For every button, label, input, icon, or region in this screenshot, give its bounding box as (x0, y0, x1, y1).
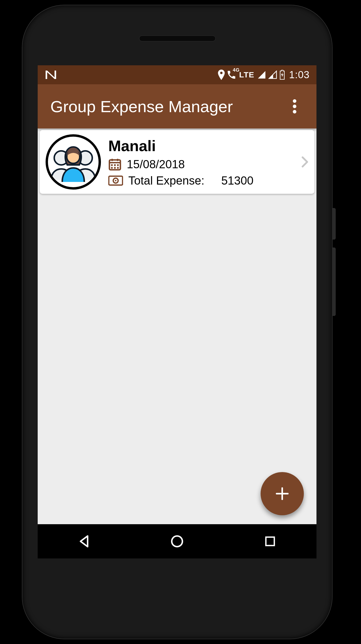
phone-body: 4G LTE 1:03 Group Expense (22, 5, 332, 639)
android-n-icon (45, 70, 57, 80)
people-icon (48, 137, 98, 187)
svg-rect-14 (114, 167, 116, 169)
nav-home-button[interactable] (151, 531, 203, 552)
nav-back-button[interactable] (58, 531, 110, 552)
nav-recent-button[interactable] (244, 531, 296, 552)
svg-rect-13 (111, 167, 113, 169)
phone-speaker (139, 36, 216, 41)
svg-rect-10 (111, 164, 113, 166)
phone-power-button (332, 208, 336, 240)
svg-rect-20 (266, 537, 274, 546)
expense-label: Total Expense: (128, 174, 204, 187)
group-avatar (46, 134, 101, 190)
svg-point-2 (293, 110, 296, 114)
svg-point-0 (293, 99, 296, 103)
battery-icon (279, 70, 285, 80)
svg-rect-11 (114, 164, 116, 166)
calendar-icon (108, 158, 121, 171)
trip-date-row: 15/08/2018 (108, 158, 294, 171)
volte-icon: 4G (227, 70, 237, 80)
app-screen: 4G LTE 1:03 Group Expense (38, 65, 316, 558)
signal-2-icon (268, 70, 277, 79)
trip-date: 15/08/2018 (127, 158, 185, 171)
expense-value: 51300 (221, 174, 253, 187)
trip-name: Manali (108, 137, 294, 155)
recent-icon (264, 535, 276, 548)
svg-rect-15 (117, 167, 119, 169)
phone-volume-button (332, 247, 336, 316)
signal-1-icon (257, 70, 266, 79)
status-time: 1:03 (289, 69, 310, 81)
location-icon (218, 70, 225, 80)
more-vert-icon (293, 99, 296, 113)
volte-badge: 4G (233, 67, 240, 73)
trip-card-body: Manali 15/08/2018 Total Expense: 513 (108, 137, 294, 187)
trip-expense-row: Total Expense: 51300 (108, 174, 294, 187)
phone-frame: 4G LTE 1:03 Group Expense (22, 5, 361, 639)
back-icon (77, 534, 91, 548)
app-title: Group Expense Manager (50, 97, 285, 116)
status-bar: 4G LTE 1:03 (38, 65, 316, 84)
home-icon (170, 534, 184, 548)
app-bar: Group Expense Manager (38, 84, 316, 128)
svg-point-19 (172, 536, 183, 547)
overflow-menu-button[interactable] (285, 97, 304, 116)
android-nav-bar (38, 524, 316, 558)
svg-point-1 (293, 105, 296, 108)
plus-icon (274, 485, 291, 502)
chevron-right-icon (301, 156, 309, 168)
money-icon (108, 175, 123, 186)
add-trip-fab[interactable] (261, 472, 304, 515)
trip-card[interactable]: Manali 15/08/2018 Total Expense: 513 (40, 130, 314, 194)
svg-rect-12 (117, 164, 119, 166)
svg-point-18 (115, 180, 116, 181)
network-label: LTE (239, 70, 254, 79)
